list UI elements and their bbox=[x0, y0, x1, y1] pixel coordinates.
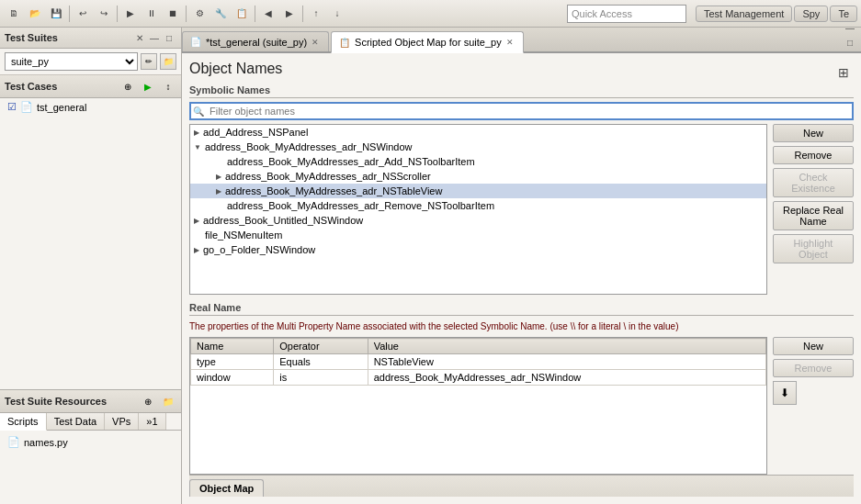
test-suites-max-btn[interactable]: □ bbox=[162, 30, 176, 45]
test-case-item[interactable]: ☑ 📄 tst_general bbox=[0, 98, 181, 116]
tab-tst-general[interactable]: 📄 *tst_general (suite_py) ✕ bbox=[182, 31, 329, 51]
tab-scripts-label: Scripts bbox=[7, 416, 39, 427]
tab-scripted-object-map[interactable]: 📋 Scripted Object Map for suite_py ✕ bbox=[331, 31, 524, 53]
test-suites-header: Test Suites ✕ — □ bbox=[0, 28, 181, 49]
tree-item[interactable]: ▶address_Book_MyAddresses_adr_NSScroller bbox=[190, 169, 766, 184]
resources-content: 📄 names.py bbox=[0, 431, 181, 504]
tree-item[interactable]: ▶go_o_Folder_NSWindow bbox=[190, 242, 766, 257]
tab-vps-label: VPs bbox=[112, 416, 130, 427]
toolbar-btn-12[interactable]: ◀ bbox=[258, 4, 278, 24]
names-tree[interactable]: ▶add_Address_NSPanel▼address_Book_MyAddr… bbox=[189, 124, 767, 295]
real-name-description: The properties of the Multi Property Nam… bbox=[189, 319, 854, 333]
spy-tab[interactable]: Spy bbox=[794, 6, 828, 22]
file-icon: 📄 bbox=[20, 101, 33, 113]
checkbox-icon: ☑ bbox=[7, 101, 17, 113]
tree-item-label: address_Book_MyAddresses_adr_Add_NSToolb… bbox=[227, 156, 475, 167]
toolbar-btn-10[interactable]: 🔧 bbox=[210, 4, 231, 24]
real-name-label: Real Name bbox=[189, 302, 854, 316]
editor-min-btn[interactable]: — bbox=[843, 20, 857, 35]
file-item-names[interactable]: 📄 names.py bbox=[6, 434, 176, 450]
sep3 bbox=[186, 6, 187, 22]
spy-label: Spy bbox=[802, 8, 820, 19]
tree-item-label: address_Book_MyAddresses_adr_Remove_NSTo… bbox=[227, 200, 494, 211]
suite-selector: suite_py ✏ 📁 bbox=[0, 49, 181, 75]
table-cell-name: type bbox=[191, 354, 274, 370]
resources-add-btn[interactable]: ⊕ bbox=[140, 393, 156, 409]
tree-arrow-icon: ▼ bbox=[194, 143, 201, 151]
test-cases-header: Test Cases ⊕ ▶ ↕ bbox=[0, 75, 181, 98]
toolbar-btn-15[interactable]: ↓ bbox=[327, 4, 347, 24]
test-suites-min-btn[interactable]: — bbox=[147, 30, 162, 45]
tree-item[interactable]: address_Book_MyAddresses_adr_Remove_NSTo… bbox=[190, 198, 766, 213]
check-existence-btn[interactable]: Check Existence bbox=[773, 168, 854, 197]
tab-test-data[interactable]: Test Data bbox=[47, 413, 105, 430]
toolbar-btn-6[interactable]: ▶ bbox=[120, 4, 141, 24]
editor-content: Object Names ⊞ Symbolic Names 🔍 ▶add_Add… bbox=[182, 53, 861, 504]
toolbar-btn-9[interactable]: ⚙ bbox=[189, 4, 210, 24]
move-down-btn[interactable]: ⬇ bbox=[773, 381, 797, 405]
real-name-content: Name Operator Value typeEqualsNSTableVie… bbox=[189, 337, 854, 475]
tab-scripts[interactable]: Scripts bbox=[0, 413, 47, 431]
tab-tst-general-close[interactable]: ✕ bbox=[312, 38, 319, 47]
object-map-tab[interactable]: Object Map bbox=[189, 479, 264, 497]
object-map-tab-label: Object Map bbox=[199, 483, 254, 494]
tree-item[interactable]: address_Book_MyAddresses_adr_Add_NSToolb… bbox=[190, 154, 766, 169]
new-symbolic-btn[interactable]: New bbox=[773, 124, 854, 142]
properties-table: Name Operator Value typeEqualsNSTableVie… bbox=[189, 337, 767, 475]
suite-dropdown[interactable]: suite_py bbox=[5, 52, 138, 71]
panel-menu-btn[interactable]: ⊞ bbox=[833, 62, 854, 83]
toolbar-btn-2[interactable]: 📂 bbox=[25, 4, 45, 24]
tree-item[interactable]: ▼address_Book_MyAddresses_adr_NSWindow bbox=[190, 140, 766, 154]
col-header-name: Name bbox=[191, 339, 274, 354]
tc-sort-btn[interactable]: ↕ bbox=[160, 78, 176, 95]
test-suites-close-btn[interactable]: ✕ bbox=[132, 30, 147, 45]
toolbar-btn-7[interactable]: ⏸ bbox=[142, 4, 162, 24]
editor-tab-right-area: — □ bbox=[839, 18, 861, 51]
tree-item[interactable]: ▶address_Book_Untitled_NSWindow bbox=[190, 213, 766, 228]
toolbar-btn-4[interactable]: ↩ bbox=[73, 4, 93, 24]
top-right-tabs: Test Management Spy Te bbox=[696, 6, 857, 22]
tab-more[interactable]: »1 bbox=[139, 413, 165, 430]
test-case-name: tst_general bbox=[37, 102, 86, 113]
real-name-buttons: New Remove ⬇ bbox=[773, 337, 854, 475]
remove-real-name-btn[interactable]: Remove bbox=[773, 359, 854, 377]
sep4 bbox=[255, 6, 255, 22]
symbolic-names-section: Symbolic Names 🔍 ▶add_Address_NSPanel▼ad… bbox=[189, 84, 854, 295]
tree-item[interactable]: ▶add_Address_NSPanel bbox=[190, 125, 766, 140]
toolbar-btn-11[interactable]: 📋 bbox=[232, 4, 252, 24]
table-row[interactable]: typeEqualsNSTableView bbox=[191, 354, 766, 370]
filter-input-container: 🔍 bbox=[189, 102, 854, 120]
tree-arrow-icon: ▶ bbox=[194, 217, 199, 225]
suite-folder-btn[interactable]: 📁 bbox=[160, 53, 176, 70]
tc-run-btn[interactable]: ▶ bbox=[140, 78, 156, 95]
editor-max-btn[interactable]: □ bbox=[843, 35, 857, 50]
toolbar-btn-14[interactable]: ↑ bbox=[306, 4, 326, 24]
toolbar-btn-13[interactable]: ▶ bbox=[279, 4, 300, 24]
toolbar-btn-8[interactable]: ⏹ bbox=[163, 4, 183, 24]
tree-item[interactable]: file_NSMenuItem bbox=[190, 228, 766, 242]
table-row[interactable]: windowisaddress_Book_MyAddresses_adr_NSW… bbox=[191, 370, 766, 386]
highlight-object-btn[interactable]: Highlight Object bbox=[773, 234, 854, 263]
replace-real-name-btn[interactable]: Replace Real Name bbox=[773, 201, 854, 230]
filter-input[interactable] bbox=[189, 102, 854, 120]
tab-vps[interactable]: VPs bbox=[105, 413, 139, 430]
quick-access-box[interactable]: Quick Access bbox=[567, 5, 686, 23]
object-names-panel: Object Names ⊞ Symbolic Names 🔍 ▶add_Add… bbox=[182, 53, 861, 504]
toolbar-btn-1[interactable]: 🗎 bbox=[4, 4, 24, 24]
tree-arrow-icon: ▶ bbox=[216, 173, 221, 181]
tc-add-btn[interactable]: ⊕ bbox=[119, 78, 136, 95]
new-real-name-btn[interactable]: New bbox=[773, 337, 854, 355]
tree-item[interactable]: ▶address_Book_MyAddresses_adr_NSTableVie… bbox=[190, 184, 766, 198]
toolbar-btn-3[interactable]: 💾 bbox=[46, 4, 66, 24]
tab-tst-general-label: *tst_general (suite_py) bbox=[206, 37, 307, 48]
test-management-tab[interactable]: Test Management bbox=[696, 6, 792, 22]
tab-scripted-object-map-close[interactable]: ✕ bbox=[506, 38, 514, 47]
real-name-section: Real Name The properties of the Multi Pr… bbox=[189, 302, 854, 475]
tab-more-label: »1 bbox=[146, 416, 157, 427]
toolbar-btn-5[interactable]: ↪ bbox=[94, 4, 114, 24]
remove-symbolic-btn[interactable]: Remove bbox=[773, 146, 854, 164]
sep2 bbox=[117, 6, 118, 22]
suite-edit-btn[interactable]: ✏ bbox=[141, 53, 157, 70]
tree-arrow-icon: ▶ bbox=[194, 129, 199, 137]
resources-folder-btn[interactable]: 📁 bbox=[160, 393, 176, 409]
